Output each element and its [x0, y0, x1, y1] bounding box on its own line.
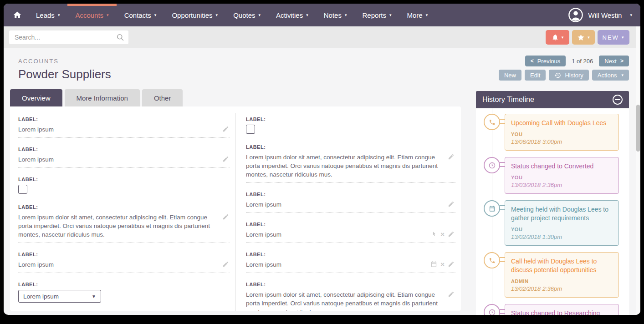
search-input[interactable] — [9, 30, 128, 44]
timeline-card[interactable]: Status changed to Researching ADMIN 13/0… — [505, 304, 619, 315]
notifications-button[interactable]: ▾ — [546, 30, 569, 45]
clock-icon — [484, 304, 500, 315]
text-field: LABEL: Lorem ipsum — [18, 147, 230, 168]
timeline-card[interactable]: Upcoming Call with Douglas Lees YOU 13/0… — [505, 114, 619, 151]
field-row: Lorem ipsum — [18, 125, 230, 138]
edit-pencil-icon[interactable] — [448, 261, 455, 268]
timeline-entry-user: YOU — [511, 227, 613, 232]
timeline-entry-title: Status changed to Researching — [511, 309, 613, 315]
record-header-left: ACCOUNTS Powder Suppliers — [18, 55, 111, 89]
minus-circle-icon[interactable] — [613, 95, 623, 105]
nav-item-notes[interactable]: Notes▾ — [316, 4, 355, 26]
tab-overview[interactable]: Overview — [10, 89, 62, 106]
nav-item-leads[interactable]: Leads▾ — [28, 4, 67, 26]
nav-item-activities[interactable]: Activities▾ — [268, 4, 316, 26]
chevron-down-icon: ▾ — [345, 13, 347, 17]
chevron-down-icon: ▾ — [389, 13, 392, 17]
checkbox-field: LABEL: — [246, 116, 455, 134]
date-field: LABEL: Lorem ipsum × — [246, 252, 455, 273]
edit-pencil-icon[interactable] — [222, 261, 229, 268]
edit-label: Edit — [530, 72, 540, 79]
field-label: LABEL: — [18, 252, 230, 257]
chevron-down-icon: ▾ — [622, 35, 625, 40]
checkbox[interactable] — [18, 185, 27, 194]
edit-pencil-icon[interactable] — [448, 201, 455, 208]
checkbox[interactable] — [246, 125, 255, 134]
next-label: Next — [604, 58, 617, 65]
timeline-entry-date: 13/03/2018 2:36pm — [511, 182, 613, 188]
nav-item-opportunities[interactable]: Opportunities▾ — [164, 4, 225, 26]
timeline-entry-user: YOU — [511, 132, 613, 137]
tab-more-information[interactable]: More Information — [65, 89, 140, 106]
history-button[interactable]: History — [549, 70, 588, 81]
timeline-card[interactable]: Status changed to Converted YOU 13/03/20… — [505, 157, 619, 194]
timeline-entry: Meeting held with Douglas Lees to gather… — [505, 200, 619, 246]
new-button-label: NEW — [603, 34, 619, 41]
field-label: LABEL: — [246, 144, 455, 150]
select-value: Lorem ipsum — [23, 293, 59, 300]
tab-other[interactable]: Other — [142, 89, 183, 106]
favorites-button[interactable]: ▾ — [572, 30, 595, 45]
breadcrumb-module: ACCOUNTS — [18, 58, 111, 65]
search-icon[interactable] — [116, 33, 125, 42]
nav-item-contacts[interactable]: Contacts▾ — [117, 4, 164, 26]
timeline-card[interactable]: Call held with Douglas Lees to discuss p… — [505, 252, 619, 298]
field-row: Lorem ipsum × — [246, 260, 455, 273]
search-box — [9, 30, 128, 44]
select-dropdown[interactable]: Lorem ipsum ▼ — [18, 290, 101, 303]
checkbox-field: LABEL: — [18, 177, 230, 194]
chevron-down-icon: ▼ — [92, 294, 96, 299]
timeline-entry-user: YOU — [511, 175, 613, 180]
timeline-entry: Call held with Douglas Lees to discuss p… — [505, 252, 619, 298]
previous-button[interactable]: < Previous — [525, 56, 566, 66]
phone-icon — [484, 114, 500, 130]
star-icon — [577, 34, 585, 41]
chevron-down-icon: ▾ — [216, 13, 218, 17]
edit-button[interactable]: Edit — [525, 70, 546, 81]
edit-pencil-icon[interactable] — [448, 291, 455, 298]
nav-item-more[interactable]: More▾ — [399, 4, 436, 26]
next-button[interactable]: Next > — [599, 56, 629, 66]
field-row: Lorem ipsum — [246, 200, 455, 213]
edit-pencil-icon[interactable] — [448, 153, 455, 160]
nav-home[interactable] — [6, 4, 28, 26]
chevron-down-icon: ▾ — [562, 35, 564, 40]
clear-x-icon[interactable]: × — [440, 261, 445, 268]
nav-item-reports[interactable]: Reports▾ — [354, 4, 399, 26]
actions-button[interactable]: Actions ▾ — [592, 70, 629, 81]
clear-x-icon[interactable]: × — [440, 231, 445, 238]
record-header: ACCOUNTS Powder Suppliers < Previous 1 o… — [4, 48, 640, 89]
new-record-button[interactable]: NEW ▾ — [598, 30, 629, 45]
field-value: Lorem ipsum — [246, 261, 281, 268]
timeline-entry-date: 13/02/2018 2:36pm — [511, 285, 613, 292]
timeline-title: History Timeline — [482, 96, 534, 104]
nav-item-quotes[interactable]: Quotes▾ — [225, 4, 268, 26]
nav-item-accounts[interactable]: Accounts▾ — [67, 4, 116, 26]
chevron-down-icon: ▾ — [588, 35, 590, 40]
field-row: Lorem ipsum dolor sit amet, consectetur … — [246, 152, 455, 183]
calendar-icon[interactable] — [430, 261, 437, 268]
nav-item-label: Leads — [36, 11, 55, 19]
nav-item-label: Notes — [324, 11, 342, 19]
edit-pencil-icon[interactable] — [222, 126, 229, 132]
timeline-body: Upcoming Call with Douglas Lees YOU 13/0… — [476, 108, 629, 315]
chevron-down-icon: ▾ — [621, 73, 624, 77]
history-clock-icon — [554, 72, 561, 79]
edit-pencil-icon[interactable] — [448, 231, 455, 238]
relate-field: LABEL: Lorem ipsum × — [246, 222, 455, 243]
scrollbar-thumb[interactable] — [636, 105, 640, 152]
timeline-connector — [500, 309, 505, 314]
field-label: LABEL: — [18, 116, 230, 122]
text-field: LABEL: Lorem ipsum — [246, 192, 455, 213]
field-row: Lorem ipsum × — [246, 230, 455, 243]
edit-pencil-icon[interactable] — [222, 156, 229, 162]
timeline-card[interactable]: Meeting held with Douglas Lees to gather… — [505, 200, 619, 246]
timeline-entry-title: Meeting held with Douglas Lees to gather… — [511, 205, 613, 223]
nav-item-label: Contacts — [124, 11, 151, 19]
edit-pencil-icon[interactable] — [222, 213, 229, 220]
cursor-pointer-icon[interactable] — [431, 231, 437, 237]
tab-label: Overview — [22, 94, 51, 102]
phone-icon — [484, 252, 500, 268]
user-menu[interactable]: Will Westin ▾ — [564, 4, 636, 26]
new-button[interactable]: New — [499, 70, 521, 81]
